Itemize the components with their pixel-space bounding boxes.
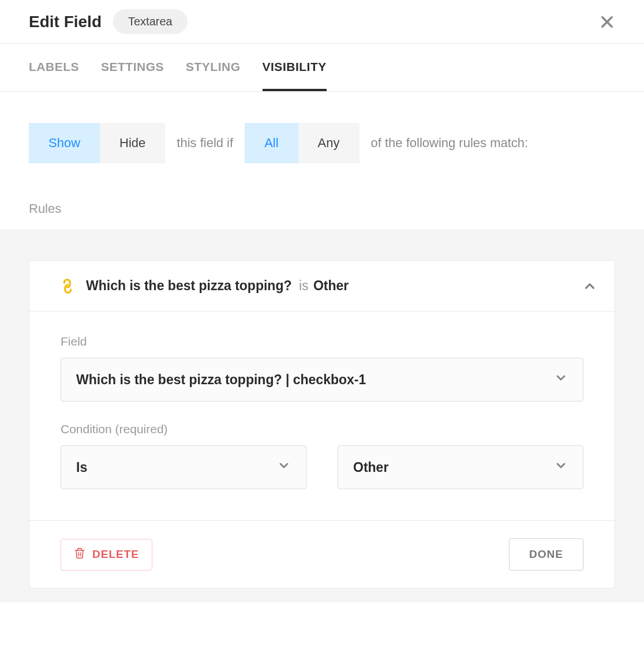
trash-icon (74, 547, 85, 562)
page-title: Edit Field (29, 13, 102, 31)
condition-op-select[interactable]: Is (61, 445, 306, 489)
show-hide-toggle: Show Hide (29, 123, 165, 163)
tab-settings[interactable]: SETTINGS (101, 44, 164, 91)
toggle-show[interactable]: Show (29, 123, 100, 163)
condition-label: Condition (required) (61, 422, 583, 436)
summary-op: is (299, 278, 309, 293)
conj-text-1: this field if (177, 136, 233, 151)
condition-op-value: Is (76, 460, 87, 475)
toggle-any[interactable]: Any (298, 123, 360, 163)
field-label: Field (61, 335, 583, 348)
rule-summary-left: Which is the best pizza topping? is Othe… (61, 278, 349, 294)
field-type-badge: Textarea (113, 9, 188, 34)
done-button[interactable]: DONE (509, 538, 583, 571)
delete-label: DELETE (92, 548, 139, 561)
tab-labels[interactable]: LABELS (29, 44, 79, 91)
condition-value-select[interactable]: Other (338, 445, 583, 489)
rule-footer: DELETE DONE (29, 520, 615, 588)
chevron-down-icon (554, 371, 568, 388)
tab-bar: LABELS SETTINGS STYLING VISIBILITY (0, 44, 644, 92)
rule-card: Which is the best pizza topping? is Othe… (29, 260, 615, 588)
header-left: Edit Field Textarea (29, 9, 188, 34)
field-group-condition: Condition (required) Is Other (61, 422, 583, 489)
chevron-up-icon (582, 279, 597, 294)
condition-row: Is Other (61, 445, 583, 489)
dialog-header: Edit Field Textarea (0, 0, 644, 44)
field-group-field: Field Which is the best pizza topping? |… (61, 335, 583, 402)
rule-summary-row[interactable]: Which is the best pizza topping? is Othe… (29, 261, 615, 312)
summary-value: Other (313, 278, 349, 293)
field-select[interactable]: Which is the best pizza topping? | check… (61, 358, 583, 402)
visibility-controls: Show Hide this field if All Any of the f… (0, 92, 644, 163)
chevron-down-icon (554, 459, 568, 476)
link-icon (58, 276, 77, 296)
delete-button[interactable]: DELETE (61, 539, 152, 571)
close-icon[interactable] (599, 14, 615, 30)
rule-summary-text: Which is the best pizza topping? is Othe… (86, 278, 349, 294)
toggle-all[interactable]: All (245, 123, 298, 163)
toggle-hide[interactable]: Hide (100, 123, 165, 163)
rules-section-label: Rules (0, 163, 644, 229)
chevron-down-icon (277, 459, 291, 476)
all-any-toggle: All Any (245, 123, 359, 163)
condition-value: Other (353, 460, 388, 475)
tab-visibility[interactable]: VISIBILITY (263, 44, 327, 91)
rule-body: Field Which is the best pizza topping? |… (29, 312, 615, 520)
summary-field: Which is the best pizza topping? (86, 278, 292, 293)
rules-container: Which is the best pizza topping? is Othe… (0, 229, 644, 602)
tab-styling[interactable]: STYLING (186, 44, 241, 91)
field-select-value: Which is the best pizza topping? | check… (76, 372, 366, 388)
conj-text-2: of the following rules match: (371, 136, 529, 151)
